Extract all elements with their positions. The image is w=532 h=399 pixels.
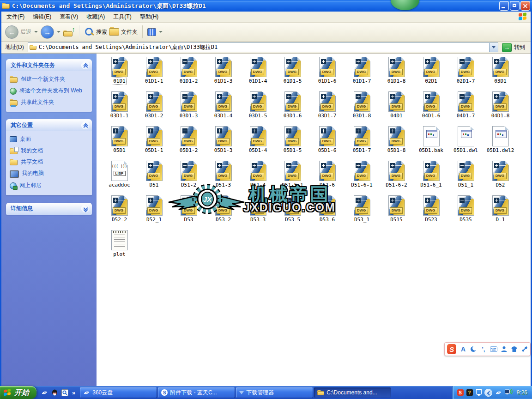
file-item[interactable]: DWG01D1-8 (379, 56, 414, 91)
settings-wrench-icon[interactable] (521, 345, 528, 353)
file-item[interactable]: DWG02D1 (414, 56, 448, 91)
file-item[interactable]: DWG04D1-6 (414, 91, 448, 125)
file-item[interactable]: DWG01D1-6 (310, 56, 345, 91)
address-input[interactable]: C:\Documents and Settings\Administrator\… (28, 42, 498, 52)
person-icon[interactable] (501, 345, 508, 353)
forward-button[interactable]: → (41, 25, 61, 39)
file-item[interactable]: DWG03D1-6 (275, 91, 310, 125)
file-item[interactable]: DWGD523 (414, 194, 448, 229)
sidebar-item[interactable]: 桌面 (10, 136, 90, 143)
file-item[interactable]: DWG03D1 (483, 56, 518, 91)
file-item[interactable]: DWG01D1-2 (171, 56, 206, 91)
file-item[interactable]: 05D1.dwl2 (483, 125, 518, 160)
chevron-down-icon[interactable] (81, 205, 89, 212)
sidebar-item[interactable]: 共享此文件夹 (10, 99, 90, 106)
file-item[interactable]: DWGD51 (137, 160, 171, 194)
file-item[interactable]: DWG03D1-5 (241, 91, 275, 125)
chevron-up-icon[interactable] (81, 121, 89, 129)
moon-icon[interactable] (470, 345, 477, 353)
file-item[interactable]: DWG02D1-7 (448, 56, 483, 91)
folders-button[interactable]: 文件夹 (109, 28, 138, 36)
file-item[interactable]: DWG01D1-5 (275, 56, 310, 91)
menu-item[interactable]: 收藏(A) (82, 12, 109, 22)
file-item[interactable]: DWG05D1-2 (171, 125, 206, 160)
file-item[interactable]: DWGD52-2 (102, 194, 137, 229)
sidebar-item[interactable]: 创建一个新文件夹 (10, 76, 90, 83)
menu-item[interactable]: 工具(T) (109, 12, 135, 22)
file-item[interactable]: DWG04D1-8 (483, 91, 518, 125)
file-item[interactable]: DWG05D1-1 (137, 125, 171, 160)
file-item[interactable]: DWG05D1 (102, 125, 137, 160)
sogou-tray-icon[interactable]: S (457, 389, 464, 396)
file-item[interactable]: DWG05D1-6 (310, 125, 345, 160)
quick-launch-overflow-chevron-icon[interactable]: » (72, 389, 75, 396)
file-item[interactable]: DWGD-1 (483, 194, 518, 229)
sidebar-item[interactable]: 将这个文件夹发布到 Web (10, 87, 90, 95)
menu-item[interactable]: 编辑(E) (29, 12, 55, 22)
file-item[interactable]: DWGD53_1 (345, 194, 379, 229)
menu-item[interactable]: 帮助(H) (136, 12, 163, 22)
file-item[interactable]: DWG03D1-1 (102, 91, 137, 125)
file-item[interactable]: DWG03D1-8 (345, 91, 379, 125)
network-tray-icon[interactable] (505, 389, 513, 396)
file-item[interactable]: DWG03D1-7 (310, 91, 345, 125)
file-item[interactable]: DWGD52_1 (137, 194, 171, 229)
file-item[interactable]: DWG04D1-7 (448, 91, 483, 125)
close-button[interactable] (520, 1, 530, 11)
file-item[interactable]: DWG05D1-5 (275, 125, 310, 160)
sogou-logo-icon[interactable]: S (447, 344, 456, 354)
window-arrow-tray-icon[interactable] (476, 389, 482, 396)
file-item[interactable]: DWG05D1-7 (345, 125, 379, 160)
file-item[interactable]: DWGD52 (483, 160, 518, 194)
up-button[interactable]: ↑ (63, 27, 74, 36)
address-dropdown-button[interactable] (489, 43, 498, 52)
file-item[interactable]: 05D1.bak (414, 125, 448, 160)
taskbar-task-button[interactable]: C:\Documents and... (314, 387, 391, 398)
back-button[interactable]: ← 后退 (5, 25, 39, 39)
360-icon[interactable] (41, 390, 48, 396)
taskbar-task-button[interactable]: 下载管理器 (236, 387, 313, 398)
file-item[interactable]: DWG05D1-4 (241, 125, 275, 160)
views-dropdown-icon[interactable] (159, 31, 163, 33)
sidebar-panel-header[interactable]: 其它位置 (6, 119, 92, 131)
file-item[interactable]: ((( )))LISPacaddoc (102, 160, 137, 194)
punctuation-icon[interactable]: ’, (480, 345, 487, 353)
file-item[interactable]: 05D1.dwl (448, 125, 483, 160)
go-button[interactable]: → 转到 (502, 43, 525, 52)
chevron-up-icon[interactable] (81, 61, 89, 69)
file-item[interactable]: DWG04D1 (379, 91, 414, 125)
helper-tray-icon[interactable]: ? (466, 389, 473, 396)
keyboard-icon[interactable] (490, 345, 497, 353)
file-item[interactable]: DWG05D1-8 (379, 125, 414, 160)
menu-item[interactable]: 文件(F) (2, 12, 29, 22)
search-button[interactable]: 搜索 (84, 27, 107, 37)
back-dropdown-icon[interactable] (34, 31, 38, 33)
file-item[interactable]: DWGD51-6-2 (379, 160, 414, 194)
taskbar-task-button[interactable]: S附件下载 - 蓝天C... (158, 387, 235, 398)
file-item[interactable]: DWGD51_1 (448, 160, 483, 194)
sidebar-item[interactable]: 网上邻居 (10, 182, 90, 189)
360-tray-icon[interactable] (495, 390, 502, 396)
menu-item[interactable]: 查看(V) (55, 12, 82, 22)
file-item[interactable]: DWGD515 (379, 194, 414, 229)
file-item[interactable]: DWG03D1-3 (171, 91, 206, 125)
file-item[interactable]: DWG03D1-2 (137, 91, 171, 125)
file-item[interactable]: DWGD51-6_1 (414, 160, 448, 194)
sidebar-item[interactable]: 我的文档 (10, 147, 90, 155)
sidebar-item[interactable]: 我的电脑 (10, 170, 90, 178)
views-button[interactable] (147, 28, 163, 36)
file-item[interactable]: DWG01D1-3 (206, 56, 241, 91)
file-item[interactable]: DWG01D1-7 (345, 56, 379, 91)
language-icon[interactable]: A (459, 345, 466, 353)
file-item[interactable]: DWG05D1-3 (206, 125, 241, 160)
search-icon[interactable] (61, 389, 68, 396)
qq-icon[interactable] (52, 389, 58, 396)
file-item[interactable]: DWG01D1 (102, 56, 137, 91)
file-item[interactable]: DWG01D1-4 (241, 56, 275, 91)
collapse-chevron-icon[interactable] (484, 389, 492, 397)
restore-button[interactable] (510, 1, 520, 11)
file-item[interactable]: DWG01D1-1 (137, 56, 171, 91)
skin-icon[interactable] (511, 345, 518, 353)
file-item[interactable]: DWGD535 (448, 194, 483, 229)
minimize-button[interactable] (499, 1, 509, 11)
